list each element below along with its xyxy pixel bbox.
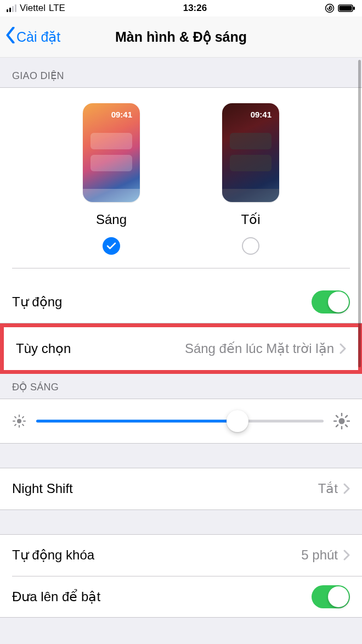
svg-line-22 — [346, 416, 347, 417]
brightness-low-icon — [12, 414, 26, 428]
section-header-brightness: ĐỘ SÁNG — [0, 374, 362, 399]
section-header-appearance: GIAO DIỆN — [0, 58, 362, 87]
svg-line-12 — [15, 424, 16, 425]
svg-line-13 — [22, 417, 24, 418]
brightness-slider[interactable] — [36, 410, 324, 432]
night-shift-value: Tắt — [318, 481, 338, 496]
auto-lock-label: Tự động khóa — [12, 547, 301, 563]
svg-line-11 — [22, 424, 24, 425]
page-title: Màn hình & Độ sáng — [115, 29, 247, 45]
svg-rect-4 — [353, 7, 355, 10]
row-raise-to-wake: Đưa lên để bật — [12, 576, 362, 617]
options-value: Sáng đến lúc Mặt trời lặn — [185, 341, 334, 356]
scroll-view[interactable]: GIAO DIỆN 09:41 Sáng 09:41 — [0, 58, 362, 644]
svg-line-21 — [336, 425, 338, 427]
appearance-preview-light: 09:41 — [83, 103, 140, 202]
back-button[interactable]: Cài đặt — [5, 16, 60, 57]
chevron-right-icon — [340, 343, 346, 354]
chevron-left-icon — [5, 27, 15, 47]
network-label: LTE — [49, 3, 65, 14]
status-time: 13:26 — [183, 3, 207, 14]
scrollbar[interactable] — [358, 60, 361, 367]
svg-line-19 — [336, 416, 338, 417]
svg-line-10 — [15, 417, 16, 418]
svg-point-14 — [339, 418, 345, 424]
svg-rect-3 — [339, 6, 352, 11]
nav-bar: Cài đặt Màn hình & Độ sáng — [0, 16, 362, 58]
svg-point-5 — [17, 419, 21, 423]
appearance-preview-dark: 09:41 — [222, 103, 279, 202]
preview-time-light: 09:41 — [83, 103, 140, 119]
auto-lock-value: 5 phút — [301, 547, 338, 563]
brightness-high-icon — [333, 413, 350, 429]
row-options[interactable]: Tùy chọn Sáng đến lúc Mặt trời lặn — [4, 327, 358, 370]
raise-to-wake-toggle[interactable] — [312, 585, 350, 608]
row-night-shift[interactable]: Night Shift Tắt — [0, 468, 362, 509]
chevron-right-icon — [343, 550, 350, 561]
svg-rect-1 — [329, 8, 330, 10]
night-shift-label: Night Shift — [12, 481, 318, 496]
appearance-option-dark[interactable]: 09:41 Tối — [222, 103, 279, 255]
back-label: Cài đặt — [16, 29, 60, 45]
light-label: Sáng — [96, 212, 127, 227]
appearance-option-light[interactable]: 09:41 Sáng — [83, 103, 140, 255]
options-label: Tùy chọn — [16, 341, 185, 356]
battery-icon — [338, 4, 355, 12]
row-auto-lock[interactable]: Tự động khóa 5 phút — [0, 535, 362, 576]
preview-time-dark: 09:41 — [222, 103, 279, 119]
status-bar: Viettel LTE 13:26 — [0, 0, 362, 16]
chevron-right-icon — [343, 483, 350, 494]
highlight-box: Tùy chọn Sáng đến lúc Mặt trời lặn — [0, 323, 362, 374]
cellular-signal-icon — [7, 4, 16, 12]
automatic-label: Tự động — [12, 294, 312, 310]
brightness-group — [0, 399, 362, 444]
radio-light-checked[interactable] — [103, 237, 120, 255]
dark-label: Tối — [241, 212, 261, 227]
automatic-toggle[interactable] — [312, 290, 350, 313]
status-left: Viettel LTE — [7, 3, 65, 14]
appearance-panel: 09:41 Sáng 09:41 Tối — [0, 87, 362, 282]
raise-to-wake-label: Đưa lên để bật — [12, 589, 312, 604]
status-right — [325, 3, 355, 13]
svg-line-20 — [346, 425, 347, 427]
row-automatic: Tự động — [0, 282, 362, 323]
radio-dark-unchecked[interactable] — [242, 237, 259, 255]
carrier-label: Viettel — [20, 3, 46, 14]
orientation-lock-icon — [325, 3, 335, 13]
